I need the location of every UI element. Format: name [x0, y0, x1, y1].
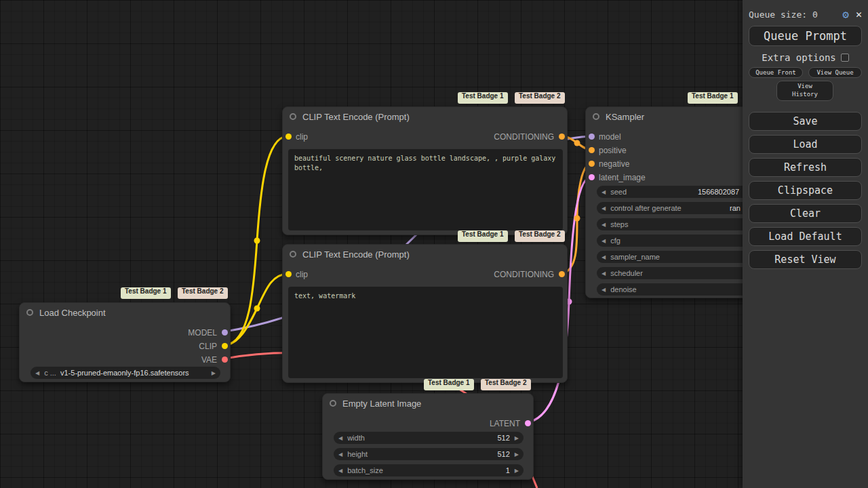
- input-label-model: model: [599, 131, 621, 143]
- clipspace-button[interactable]: Clipspace: [749, 181, 862, 200]
- decrement-arrow-icon[interactable]: ◀: [334, 435, 347, 441]
- node-title: CLIP Text Encode (Prompt): [302, 112, 410, 122]
- output-slot-clip[interactable]: [222, 343, 228, 349]
- widget-value: v1-5-pruned-emaonly-fp16.safetensors: [60, 367, 189, 379]
- node-title: Load Checkpoint: [39, 308, 106, 318]
- input-slot-negative[interactable]: [589, 161, 595, 167]
- widget-label: scheduler: [610, 269, 643, 277]
- save-button[interactable]: Save: [749, 112, 862, 131]
- close-menu-icon[interactable]: ✕: [856, 8, 862, 20]
- extra-options-checkbox[interactable]: [841, 54, 849, 62]
- node-header[interactable]: Load Checkpoint: [20, 303, 230, 322]
- node-badge: Test Badge 1: [688, 92, 738, 104]
- node-badge: Test Badge 2: [515, 92, 565, 104]
- input-label-negative: negative: [599, 158, 629, 170]
- decrement-arrow-icon[interactable]: ◀: [597, 287, 610, 293]
- collapse-dot-icon[interactable]: [290, 251, 296, 258]
- node-badge: Test Badge 1: [121, 287, 171, 299]
- clear-button[interactable]: Clear: [749, 204, 862, 223]
- node-badge: Test Badge 1: [458, 92, 508, 104]
- output-slot-model[interactable]: [222, 329, 228, 336]
- input-slot-positive[interactable]: [589, 147, 595, 153]
- prompt-textarea[interactable]: text, watermark: [288, 287, 563, 378]
- collapse-dot-icon[interactable]: [330, 400, 336, 407]
- input-label-latent-image: latent_image: [599, 171, 646, 184]
- node-clip-text-encode-1[interactable]: CLIP Text Encode (Prompt) clip CONDITION…: [282, 106, 568, 235]
- output-slot-conditioning[interactable]: [559, 271, 565, 277]
- node-graph-canvas[interactable]: CLIP Text Encode (Prompt) clip CONDITION…: [0, 0, 868, 488]
- node-header[interactable]: CLIP Text Encode (Prompt): [283, 107, 567, 126]
- collapse-dot-icon[interactable]: [593, 113, 599, 120]
- widget-label: c ...: [44, 369, 56, 377]
- decrement-arrow-icon[interactable]: ◀: [597, 189, 610, 195]
- input-label-clip: clip: [296, 131, 308, 143]
- output-slot-conditioning[interactable]: [559, 134, 565, 140]
- collapse-dot-icon[interactable]: [290, 113, 296, 120]
- input-label-clip: clip: [296, 268, 308, 281]
- node-badge: Test Badge 1: [458, 230, 508, 242]
- node-empty-latent-image[interactable]: Empty Latent Image LATENT ◀ width 512 ▶ …: [322, 393, 534, 480]
- decrement-arrow-icon[interactable]: ◀: [597, 238, 610, 244]
- output-label-latent: LATENT: [490, 418, 520, 430]
- extra-options-label: Extra options: [762, 52, 836, 63]
- view-queue-button[interactable]: View Queue: [808, 67, 862, 78]
- load-default-button[interactable]: Load Default: [749, 227, 862, 246]
- queue-size-label: Queue size: 0: [749, 9, 818, 20]
- prev-option-arrow-icon[interactable]: ◀: [31, 370, 44, 376]
- widget-batch-size[interactable]: ◀ batch_size 1 ▶: [334, 464, 524, 476]
- input-label-positive: positive: [599, 144, 627, 157]
- node-header[interactable]: CLIP Text Encode (Prompt): [283, 245, 567, 264]
- decrement-arrow-icon[interactable]: ◀: [597, 254, 610, 260]
- increment-arrow-icon[interactable]: ▶: [510, 451, 524, 458]
- wire-midpoint-dot: [254, 238, 260, 244]
- load-button[interactable]: Load: [749, 135, 862, 154]
- decrement-arrow-icon[interactable]: ◀: [597, 270, 610, 277]
- settings-gear-icon[interactable]: ⚙: [842, 8, 849, 21]
- node-title: CLIP Text Encode (Prompt): [302, 249, 410, 260]
- widget-label: batch_size: [347, 466, 383, 474]
- node-badge: Test Badge 2: [481, 379, 531, 390]
- widget-width[interactable]: ◀ width 512 ▶: [334, 432, 524, 444]
- widget-value: 512: [497, 450, 509, 458]
- decrement-arrow-icon[interactable]: ◀: [597, 222, 610, 228]
- output-label-vae: VAE: [201, 354, 217, 366]
- node-clip-text-encode-2[interactable]: CLIP Text Encode (Prompt) clip CONDITION…: [282, 244, 568, 383]
- prompt-textarea[interactable]: beautiful scenery nature glass bottle la…: [288, 149, 563, 230]
- input-slot-clip[interactable]: [285, 271, 292, 277]
- widget-value: 512: [497, 434, 509, 442]
- wire-midpoint-dot: [574, 216, 580, 222]
- widget-ckpt-name[interactable]: ◀ c ... v1-5-pruned-emaonly-fp16.safeten…: [31, 367, 220, 379]
- node-badge: Test Badge 2: [178, 287, 228, 299]
- input-slot-model[interactable]: [589, 134, 595, 140]
- collapse-dot-icon[interactable]: [26, 309, 33, 316]
- menu-panel: Queue size: 0 ⚙ ✕ Queue Prompt Extra opt…: [743, 0, 868, 488]
- widget-label: seed: [610, 188, 627, 196]
- queue-front-button[interactable]: Queue Front: [749, 67, 803, 78]
- queue-prompt-button[interactable]: Queue Prompt: [749, 26, 862, 46]
- widget-height[interactable]: ◀ height 512 ▶: [334, 448, 524, 460]
- view-history-button[interactable]: View History: [776, 81, 833, 101]
- node-title: KSampler: [606, 112, 644, 122]
- next-option-arrow-icon[interactable]: ▶: [207, 370, 220, 376]
- decrement-arrow-icon[interactable]: ◀: [334, 468, 347, 474]
- widget-label: height: [347, 450, 368, 458]
- output-label-clip: CLIP: [199, 340, 217, 352]
- node-badge: Test Badge 1: [424, 379, 474, 390]
- node-header[interactable]: Empty Latent Image: [323, 394, 533, 413]
- refresh-button[interactable]: Refresh: [749, 158, 862, 177]
- output-label-conditioning: CONDITIONING: [494, 131, 554, 143]
- node-title: Empty Latent Image: [342, 399, 421, 409]
- input-slot-clip[interactable]: [285, 134, 292, 140]
- increment-arrow-icon[interactable]: ▶: [510, 435, 524, 441]
- widget-label: denoise: [610, 285, 637, 293]
- wire-midpoint-dot: [574, 140, 580, 146]
- node-load-checkpoint[interactable]: Load Checkpoint MODEL CLIP VAE ◀ c ... v…: [19, 302, 231, 382]
- decrement-arrow-icon[interactable]: ◀: [597, 205, 610, 211]
- input-slot-latent-image[interactable]: [589, 174, 595, 180]
- decrement-arrow-icon[interactable]: ◀: [334, 451, 347, 458]
- increment-arrow-icon[interactable]: ▶: [510, 468, 524, 474]
- output-label-conditioning: CONDITIONING: [494, 268, 554, 281]
- reset-view-button[interactable]: Reset View: [749, 250, 862, 269]
- output-slot-latent[interactable]: [525, 420, 531, 426]
- output-slot-vae[interactable]: [222, 357, 228, 363]
